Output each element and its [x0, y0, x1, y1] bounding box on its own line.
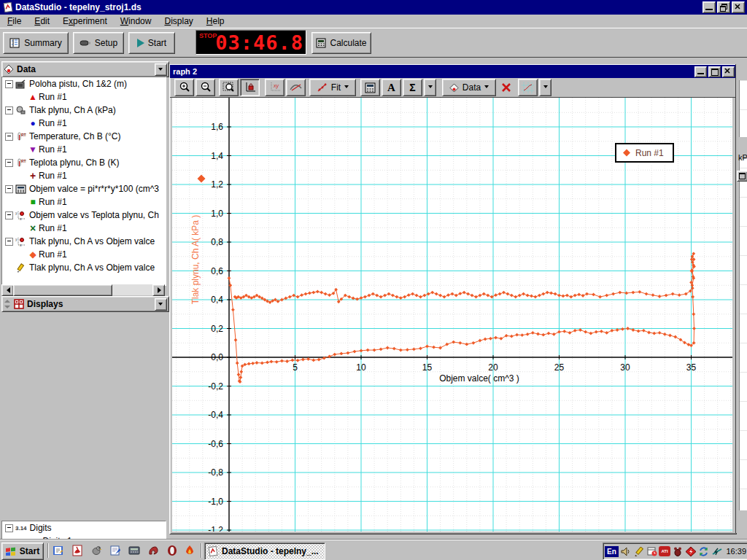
setup-button[interactable]: Setup — [73, 32, 124, 54]
menu-file[interactable]: File — [1, 15, 28, 28]
collapse-icon[interactable] — [5, 159, 13, 167]
statistics-dropdown[interactable] — [424, 79, 436, 96]
data-item[interactable]: yx Objem valce vs Teplota plynu, Ch — [2, 209, 166, 222]
graph-settings-dropdown[interactable] — [539, 79, 551, 96]
data-run[interactable]: + Run #1 — [2, 169, 166, 182]
ql-pen-document-icon[interactable] — [108, 543, 123, 558]
run-marker-x: × — [27, 224, 39, 233]
collapse-icon[interactable] — [5, 80, 13, 88]
collapse-icon[interactable] — [5, 524, 13, 532]
menu-edit[interactable]: Edit — [28, 15, 56, 28]
text-annotation-button[interactable]: A — [382, 79, 401, 96]
data-icon — [4, 64, 14, 74]
background-window-button[interactable] — [737, 171, 747, 182]
data-tree: Poloha pistu, Ch 1&2 (m) ▲ Run #1 Tlak p… — [1, 77, 166, 286]
collapse-icon[interactable] — [5, 211, 13, 219]
slope-tool-button[interactable] — [286, 79, 306, 96]
data-item[interactable]: yx Tlak plynu, Ch A vs Objem valce — [2, 235, 166, 248]
graph-toolbar: xy Fit A Σ Data — [170, 78, 736, 98]
data-panel-header[interactable]: Data — [1, 61, 169, 77]
ql-acrobat-icon[interactable] — [70, 543, 85, 558]
scroll-left-arrow-icon[interactable] — [1, 284, 14, 296]
pencil-tool-icon[interactable] — [632, 545, 645, 557]
displays-panel-header[interactable]: Displays — [1, 296, 169, 312]
volume-icon[interactable] — [619, 545, 632, 557]
svg-text:25: 25 — [554, 362, 565, 373]
restore-button[interactable] — [717, 1, 730, 13]
data-run[interactable]: ▲ Run #1 — [2, 90, 166, 104]
collapse-icon[interactable] — [5, 238, 13, 246]
ql-dragon-icon[interactable] — [146, 543, 160, 558]
keyboard-layout-indicator[interactable]: En — [605, 546, 619, 557]
chevron-down-icon — [543, 85, 548, 90]
displays-item-digits[interactable]: 3.14 Digits — [2, 521, 166, 534]
zoom-select-button[interactable] — [219, 79, 239, 96]
menu-help[interactable]: Help — [200, 15, 231, 28]
data-run[interactable]: ◆ Run #1 — [2, 248, 166, 261]
minimize-button[interactable] — [703, 1, 716, 13]
letter-a-icon: A — [387, 82, 395, 94]
ql-bird-icon[interactable] — [89, 543, 104, 558]
data-tree-hscrollbar[interactable] — [1, 284, 165, 295]
start-button[interactable]: Start — [128, 32, 175, 54]
timer-stop-label: STOP — [199, 32, 217, 39]
scheduler-icon[interactable] — [646, 545, 658, 557]
scale-to-fit-button[interactable] — [240, 79, 260, 96]
data-run[interactable]: × Run #1 — [2, 222, 166, 235]
smart-tool-button[interactable]: xy — [265, 79, 285, 96]
displays-dropdown-button[interactable] — [155, 298, 167, 311]
ati-icon[interactable]: ATI — [659, 546, 670, 556]
mouse-utility-icon[interactable] — [671, 545, 684, 557]
data-item[interactable]: Tlak plynu, Ch A (kPa) — [2, 104, 166, 117]
zoom-select-icon — [222, 82, 236, 93]
ql-notes-icon[interactable] — [51, 543, 66, 558]
collapse-icon[interactable] — [5, 106, 13, 114]
scrollbar-thumb[interactable] — [13, 284, 112, 296]
collapse-icon[interactable] — [5, 185, 13, 193]
zoom-out-button[interactable] — [196, 79, 215, 96]
clock[interactable]: 16:39 — [726, 547, 746, 556]
calculator-button[interactable] — [360, 79, 380, 96]
ql-calculator-icon[interactable] — [127, 543, 142, 558]
antivirus-icon[interactable] — [684, 545, 697, 557]
summary-button[interactable]: Summary — [3, 32, 69, 54]
data-item[interactable]: Tlak plynu, Ch A vs Objem valce — [2, 261, 166, 274]
menu-experiment[interactable]: Experiment — [56, 15, 114, 28]
calculate-button[interactable]: Calculate — [311, 32, 371, 54]
zoom-in-button[interactable] — [174, 79, 194, 96]
fit-dropdown[interactable]: Fit — [309, 79, 356, 96]
task-button-datastudio[interactable]: DataStudio - tepelny_... — [204, 542, 325, 560]
data-run[interactable]: ▼ Run #1 — [2, 143, 166, 156]
graph-window-titlebar[interactable]: raph 2 — [170, 65, 736, 78]
graph-settings-button[interactable] — [518, 79, 538, 96]
main-titlebar[interactable]: DataStudio - tepelny_stroj1.ds — [0, 0, 747, 15]
data-run[interactable]: ■ Run #1 — [2, 195, 166, 209]
zoom-out-icon — [200, 82, 212, 93]
data-item[interactable]: RTD Temperature, Ch B (°C) — [2, 130, 166, 143]
menu-window[interactable]: Window — [114, 15, 158, 28]
menu-display[interactable]: Display — [158, 15, 199, 28]
graph-maximize-button[interactable] — [708, 66, 721, 77]
ql-opera-icon[interactable] — [165, 543, 179, 558]
dialup-icon[interactable] — [711, 545, 723, 557]
scroll-right-arrow-icon[interactable] — [152, 284, 165, 296]
statistics-button[interactable]: Σ — [403, 79, 422, 96]
data-run[interactable]: ● Run #1 — [2, 117, 166, 130]
graph-close-button[interactable] — [722, 66, 735, 77]
data-dropdown-button[interactable] — [155, 63, 167, 76]
data-item[interactable]: Objem valce = pi*r*r*y*100 (cm^3 — [2, 182, 166, 195]
sync-icon[interactable] — [697, 545, 710, 557]
background-window-fragment: kP — [735, 64, 747, 533]
plot-area[interactable]: -1,2-1,0-0,8-0,6-0,4-0,20,00,20,40,60,81… — [172, 98, 732, 532]
data-item[interactable]: RTD Teplota plynu, Ch B (K) — [2, 156, 166, 169]
graph-minimize-button[interactable] — [694, 66, 707, 77]
ql-flame-icon[interactable] — [182, 543, 197, 558]
data-dropdown[interactable]: Data — [442, 79, 496, 96]
delete-button[interactable] — [498, 79, 515, 96]
svg-text:Tlak plynu, Ch A( kPa ): Tlak plynu, Ch A( kPa ) — [190, 215, 201, 305]
close-button[interactable] — [732, 1, 745, 13]
data-item[interactable]: Poloha pistu, Ch 1&2 (m) — [2, 77, 166, 90]
collapse-icon[interactable] — [5, 133, 13, 141]
start-menu-button[interactable]: Start — [1, 542, 44, 560]
background-axis-label-fragment: kP — [738, 153, 747, 162]
